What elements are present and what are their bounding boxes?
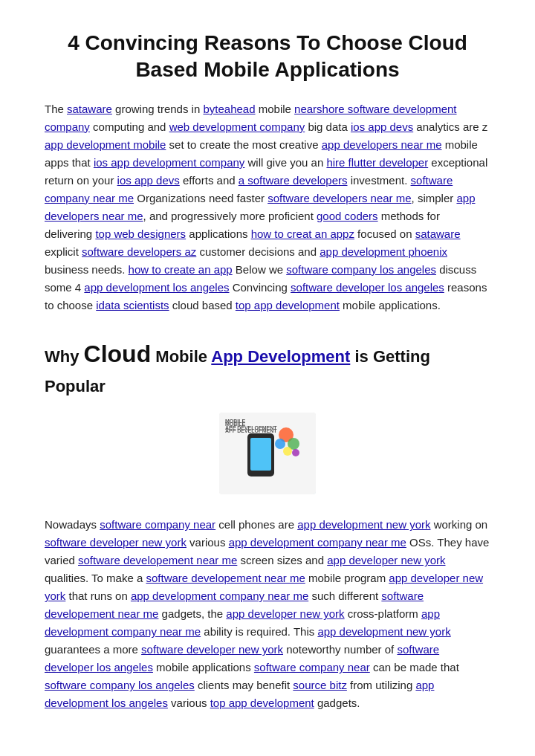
link-sataware-2[interactable]: sataware xyxy=(415,227,461,240)
link-hire-flutter[interactable]: hire flutter developer xyxy=(326,156,428,169)
why-label: Why xyxy=(45,347,84,366)
section-heading: Why Cloud Mobile App Development is Gett… xyxy=(45,335,490,399)
app-dev-image-container: MOBILEAPP DEVELOPMENT MOBILE APP DEVELOP… xyxy=(45,413,490,500)
app-dev-image: MOBILEAPP DEVELOPMENT MOBILE APP DEVELOP… xyxy=(219,413,316,494)
link-app-dev-company-near-me-2[interactable]: app development company near me xyxy=(131,589,308,602)
link-idata-scientists[interactable]: idata scientists xyxy=(96,299,169,311)
link-app-dev-new-york-1[interactable]: app development new york xyxy=(297,518,430,531)
link-software-company-near-2[interactable]: software company near xyxy=(254,661,370,673)
link-app-dev-phoenix[interactable]: app development phoenix xyxy=(320,245,447,258)
link-app-devs-near-me-1[interactable]: app developers near me xyxy=(322,138,442,151)
link-software-dev-new-york-2[interactable]: software developer new york xyxy=(141,643,283,656)
link-a-software-devs[interactable]: a software developers xyxy=(239,174,348,187)
link-software-developement-near-me-1[interactable]: software developement near me xyxy=(78,554,237,566)
paragraph-2: Nowadays software company near cell phon… xyxy=(45,516,490,712)
link-software-company-los-angeles-2[interactable]: software company los angeles xyxy=(45,679,195,691)
link-software-company-near-1[interactable]: software company near xyxy=(100,518,215,531)
mobile-label: Mobile xyxy=(151,347,211,366)
paragraph-1: The sataware growing trends in byteahead… xyxy=(45,100,490,314)
link-app-dev-company-near-me-1[interactable]: app development company near me xyxy=(229,536,406,549)
link-top-app-dev-1[interactable]: top app development xyxy=(236,299,340,311)
image-label: MOBILEAPP DEVELOPMENT xyxy=(225,419,277,431)
link-app-dev-mobile[interactable]: app development mobile xyxy=(45,138,166,151)
link-app-dev-new-york-5[interactable]: app development new york xyxy=(317,625,450,638)
link-top-app-dev-2[interactable]: top app development xyxy=(210,697,314,709)
link-web-dev-company[interactable]: web development company xyxy=(169,120,305,133)
link-ios-app-devs-2[interactable]: ios app devs xyxy=(117,174,180,187)
svg-point-8 xyxy=(283,447,292,456)
cloud-label: Cloud xyxy=(84,340,152,367)
page-title: 4 Convincing Reasons To Choose Cloud Bas… xyxy=(45,30,490,84)
link-byteahead[interactable]: byteahead xyxy=(203,103,255,115)
link-ios-app-dev-company[interactable]: ios app development company xyxy=(94,156,244,169)
link-top-web-designers[interactable]: top web designers xyxy=(95,227,186,240)
link-how-to-create-app[interactable]: how to create an app xyxy=(129,263,233,276)
link-software-dev-los-angeles-1[interactable]: software developer los angeles xyxy=(291,281,444,294)
link-app-development-heading[interactable]: App Development xyxy=(211,347,350,366)
link-ios-app-devs-1[interactable]: ios app devs xyxy=(351,120,413,133)
link-app-dev-new-york-2[interactable]: app developer new york xyxy=(327,554,445,566)
link-software-dev-new-york-1[interactable]: software developer new york xyxy=(45,536,187,549)
link-software-company-los-angeles-1[interactable]: software company los angeles xyxy=(286,263,436,276)
link-software-devs-near-me-1[interactable]: software developers near me xyxy=(268,192,411,204)
link-app-dev-new-york-4[interactable]: app developer new york xyxy=(226,607,344,620)
link-software-devs-az[interactable]: software developers az xyxy=(82,245,196,258)
link-sataware-1[interactable]: sataware xyxy=(67,103,112,115)
svg-point-7 xyxy=(275,439,285,449)
link-good-coders[interactable]: good coders xyxy=(317,210,378,222)
link-software-developement-near-me-2[interactable]: software developement near me xyxy=(146,572,305,584)
link-source-bitz[interactable]: source bitz xyxy=(293,679,347,691)
svg-rect-4 xyxy=(250,438,271,471)
svg-point-9 xyxy=(292,449,299,456)
link-app-dev-los-angeles-1[interactable]: app development los angeles xyxy=(84,281,229,294)
link-how-to-creat-appz[interactable]: how to creat an appz xyxy=(251,227,354,240)
